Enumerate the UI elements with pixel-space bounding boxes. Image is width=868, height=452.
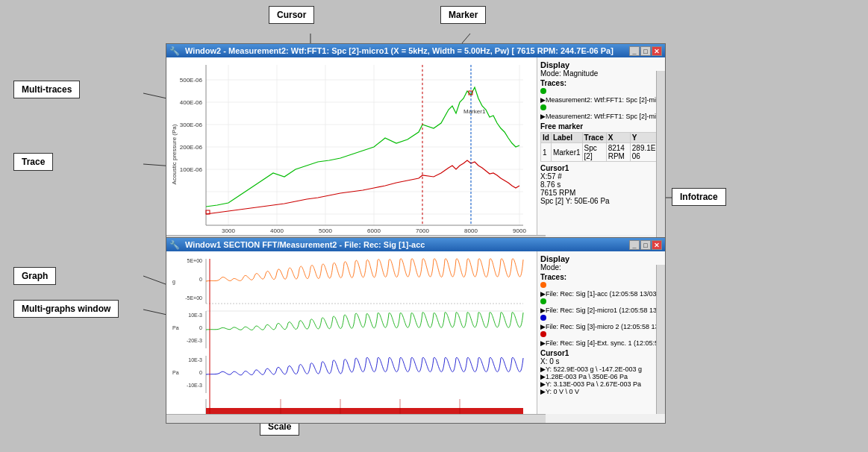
win1-cursor1-label: Cursor1 (540, 164, 662, 172)
win2-trace2-text: ▶File: Rec: Sig [2]-micro1 (12:05:58 13/… (540, 307, 665, 314)
svg-text:7000: 7000 (416, 227, 429, 234)
win2-scrollbar-h[interactable] (166, 414, 546, 423)
svg-text:5000: 5000 (319, 227, 332, 234)
win1-free-marker: Free marker (540, 122, 662, 131)
win1-cursor1-x: X:57 # (540, 172, 662, 181)
win2-title: 🔧 Window1 SECTION FFT/Measurement2 - Fil… (169, 240, 629, 250)
svg-text:200E-06: 200E-06 (180, 144, 203, 151)
multi-traces-label: Multi-traces (13, 81, 80, 98)
svg-text:10E-3: 10E-3 (188, 313, 202, 318)
svg-text:0: 0 (199, 325, 202, 330)
win2-trace3-dot (540, 315, 546, 321)
win2-traces-label: Traces: (540, 273, 662, 281)
svg-text:500E-06: 500E-06 (180, 77, 203, 84)
win2-cursor1-x: X: 0 s (540, 357, 662, 365)
svg-text:5E+00: 5E+00 (187, 258, 203, 263)
trace-label: Trace (13, 153, 53, 171)
window1: 🔧 Window2 - Measurement2: Wtf:FFT1: Spc … (166, 43, 666, 245)
svg-text:-10E-3: -10E-3 (187, 383, 202, 388)
window2: 🔧 Window1 SECTION FFT/Measurement2 - Fil… (166, 237, 666, 424)
win1-display-title: Display (540, 60, 662, 69)
win2-cursor1-label: Cursor1 (540, 349, 662, 357)
win2-close[interactable]: ✕ (652, 240, 662, 250)
multi-graphs-window-label: Multi-graphs window (13, 300, 119, 318)
win1-graph-region: 500E-06 400E-06 300E-06 200E-06 100E-06 … (166, 57, 537, 244)
win2-info-panel: Display Mode: Traces: ▶File: Rec: Sig [1… (537, 251, 665, 414)
win1-trace-2: ▶Measurement2: Wtf:FFT1: Spc [2]-micro1 (540, 104, 662, 120)
win2-trace1-dot (540, 282, 546, 288)
win2-display-title: Display (540, 254, 662, 263)
win2-cursor1-v3: ▶Y: 3.13E-003 Pa \ 2.67E-003 Pa (540, 380, 662, 388)
win1-close[interactable]: ✕ (652, 46, 662, 56)
win1-info-panel: Display Mode: Magnitude Traces: ▶Measure… (537, 57, 665, 235)
win2-cursor1-v4: ▶Y: 0 V \ 0 V (540, 388, 662, 395)
win1-traces-label: Traces: (540, 79, 662, 87)
svg-rect-18 (169, 57, 534, 244)
svg-text:300E-06: 300E-06 (180, 122, 203, 128)
win2-trace1-text: ▶File: Rec: Sig [1]-acc (12:05:58 13/03/… (540, 290, 665, 298)
win2-trace4-dot (540, 331, 546, 337)
marker-row-1: 1Marker1Spc [2]8214 RPM289.1E-06 (541, 143, 662, 162)
svg-text:8000: 8000 (464, 227, 478, 234)
svg-text:3000: 3000 (222, 227, 235, 234)
col-id: Id (541, 133, 552, 143)
graph-label: Graph (13, 267, 56, 285)
win2-trace2-dot (540, 298, 546, 304)
infotrace-label: Infotrace (672, 188, 726, 206)
win1-mode: Mode: Magnitude (540, 69, 662, 78)
svg-text:0: 0 (199, 370, 202, 375)
win2-trace4-text: ▶File: Rec: Sig [4]-Ext. sync. 1 (12:05:… (540, 339, 665, 347)
win1-trace-1: ▶Measurement2: Wtf:FFT1: Spc [2]-micro1 (540, 87, 662, 104)
col-label: Label (551, 133, 582, 143)
svg-text:-5E+00: -5E+00 (185, 295, 202, 301)
svg-rect-73 (206, 408, 523, 414)
col-x: X (606, 133, 630, 143)
win1-titlebar[interactable]: 🔧 Window2 - Measurement2: Wtf:FFT1: Spc … (166, 44, 665, 57)
svg-text:Pa: Pa (172, 325, 179, 330)
svg-text:0: 0 (199, 277, 202, 282)
cursor-label: Cursor (269, 6, 314, 24)
svg-text:Pa: Pa (172, 370, 179, 375)
win2-titlebar[interactable]: 🔧 Window1 SECTION FFT/Measurement2 - Fil… (166, 238, 665, 251)
svg-text:400E-06: 400E-06 (180, 99, 203, 106)
win1-scrollbar-v[interactable] (656, 71, 665, 257)
svg-text:100E-06: 100E-06 (180, 166, 203, 173)
col-trace: Trace (582, 133, 606, 143)
svg-text:g: g (172, 279, 175, 285)
win1-cursor1-v2: 7615 RPM (540, 189, 662, 197)
win1-maximize[interactable]: □ (640, 46, 651, 56)
svg-text:-20E-3: -20E-3 (187, 338, 202, 343)
win1-cursor1-v1: 8.76 s (540, 181, 662, 189)
win2-minimize[interactable]: _ (629, 240, 640, 250)
win2-mode: Mode: (540, 263, 662, 271)
win2-scrollbar-v[interactable] (656, 265, 665, 414)
win2-cursor1-v2: ▶1.28E-003 Pa \ 350E-06 Pa (540, 373, 662, 380)
trace1-text: ▶Measurement2: Wtf:FFT1: Spc [2]-micro1 (540, 96, 665, 104)
svg-text:Marker1: Marker1 (463, 108, 486, 115)
win2-trace-3: ▶File: Rec: Sig [3]-micro 2 (12:05:58 13… (540, 314, 662, 330)
trace2-dot (540, 104, 546, 110)
svg-text:10E-3: 10E-3 (188, 357, 202, 362)
svg-text:9000: 9000 (513, 227, 526, 234)
win2-trace-1: ▶File: Rec: Sig [1]-acc (12:05:58 13/03/… (540, 281, 662, 298)
win1-title: 🔧 Window2 - Measurement2: Wtf:FFT1: Spc … (169, 46, 629, 56)
win1-cursor1-v3: Spc [2] Y: 50E-06 Pa (540, 197, 662, 205)
win1-minimize[interactable]: _ (629, 46, 640, 56)
trace1-dot (540, 88, 546, 94)
win1-marker-table: Id Label Trace X Y 1Marker1Spc [2]8214 R… (540, 132, 662, 162)
svg-text:6000: 6000 (367, 227, 381, 234)
marker-label: Marker (440, 6, 486, 24)
win2-cursor1-v1: ▶Y: 522.9E-003 g \ -147.2E-003 g (540, 365, 662, 373)
svg-text:4000: 4000 (270, 227, 284, 234)
win2-trace-4: ▶File: Rec: Sig [4]-Ext. sync. 1 (12:05:… (540, 330, 662, 347)
win2-trace-2: ▶File: Rec: Sig [2]-micro1 (12:05:58 13/… (540, 298, 662, 314)
win2-trace3-text: ▶File: Rec: Sig [3]-micro 2 (12:05:58 13… (540, 323, 665, 330)
trace2-text: ▶Measurement2: Wtf:FFT1: Spc [2]-micro1 (540, 113, 665, 120)
win2-maximize[interactable]: □ (640, 240, 651, 250)
svg-text:Acoustic pressure (Pa): Acoustic pressure (Pa) (171, 124, 178, 184)
win2-graph-region: 5E+00 0 -5E+00 g 10E-3 0 -20E-3 Pa (166, 251, 537, 423)
